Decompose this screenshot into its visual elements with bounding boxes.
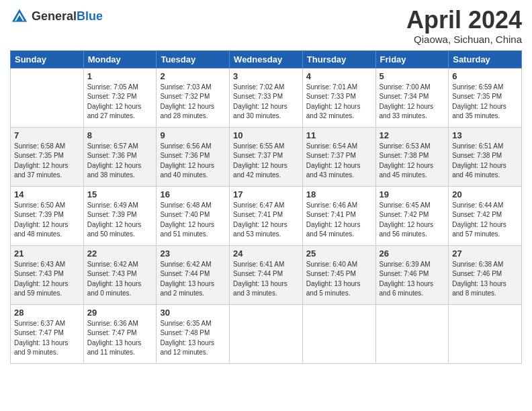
month-title: April 2024 (406, 7, 522, 34)
logo-icon (10, 7, 29, 26)
table-row: 30Sunrise: 6:35 AM Sunset: 7:48 PM Dayli… (157, 304, 230, 363)
day-number: 27 (452, 248, 518, 259)
header-monday: Monday (83, 50, 157, 68)
day-number: 26 (380, 248, 445, 259)
table-row: 14Sunrise: 6:50 AM Sunset: 7:39 PM Dayli… (11, 186, 84, 245)
day-number: 19 (380, 189, 445, 199)
day-info: Sunrise: 6:47 AM Sunset: 7:41 PM Dayligh… (233, 201, 299, 240)
header-saturday: Saturday (449, 50, 522, 68)
table-row: 11Sunrise: 6:54 AM Sunset: 7:37 PM Dayli… (302, 127, 375, 186)
day-info: Sunrise: 6:43 AM Sunset: 7:43 PM Dayligh… (14, 260, 80, 299)
logo: GeneralBlue (10, 7, 103, 26)
day-number: 5 (380, 71, 445, 81)
table-row (302, 304, 375, 363)
table-row: 3Sunrise: 7:02 AM Sunset: 7:33 PM Daylig… (230, 68, 303, 127)
table-row: 19Sunrise: 6:45 AM Sunset: 7:42 PM Dayli… (375, 186, 449, 245)
day-info: Sunrise: 7:01 AM Sunset: 7:33 PM Dayligh… (306, 83, 372, 122)
day-info: Sunrise: 6:42 AM Sunset: 7:43 PM Dayligh… (87, 260, 153, 299)
day-number: 7 (14, 130, 80, 140)
day-info: Sunrise: 6:50 AM Sunset: 7:39 PM Dayligh… (14, 201, 80, 240)
table-row: 6Sunrise: 6:59 AM Sunset: 7:35 PM Daylig… (449, 68, 522, 127)
table-row (230, 304, 303, 363)
header: GeneralBlue April 2024 Qiaowa, Sichuan, … (10, 7, 522, 45)
table-row: 26Sunrise: 6:39 AM Sunset: 7:46 PM Dayli… (375, 245, 449, 304)
table-row: 17Sunrise: 6:47 AM Sunset: 7:41 PM Dayli… (230, 186, 303, 245)
table-row: 13Sunrise: 6:51 AM Sunset: 7:38 PM Dayli… (449, 127, 522, 186)
logo-general-text: General (32, 9, 77, 24)
table-row: 27Sunrise: 6:38 AM Sunset: 7:46 PM Dayli… (449, 245, 522, 304)
table-row: 29Sunrise: 6:36 AM Sunset: 7:47 PM Dayli… (83, 304, 157, 363)
table-row: 4Sunrise: 7:01 AM Sunset: 7:33 PM Daylig… (302, 68, 375, 127)
table-row: 12Sunrise: 6:53 AM Sunset: 7:38 PM Dayli… (375, 127, 449, 186)
table-row: 10Sunrise: 6:55 AM Sunset: 7:37 PM Dayli… (230, 127, 303, 186)
table-row (11, 68, 84, 127)
day-number: 29 (87, 308, 153, 318)
day-info: Sunrise: 6:36 AM Sunset: 7:47 PM Dayligh… (87, 319, 153, 358)
day-info: Sunrise: 6:39 AM Sunset: 7:46 PM Dayligh… (380, 260, 445, 299)
table-row: 24Sunrise: 6:41 AM Sunset: 7:44 PM Dayli… (230, 245, 303, 304)
day-info: Sunrise: 6:37 AM Sunset: 7:47 PM Dayligh… (14, 319, 80, 358)
day-number: 13 (452, 130, 518, 140)
day-info: Sunrise: 6:53 AM Sunset: 7:38 PM Dayligh… (380, 142, 445, 181)
weekday-header-row: Sunday Monday Tuesday Wednesday Thursday… (11, 50, 522, 68)
calendar-week-row: 14Sunrise: 6:50 AM Sunset: 7:39 PM Dayli… (11, 186, 522, 245)
day-number: 16 (160, 189, 226, 199)
day-number: 25 (306, 248, 372, 259)
day-number: 12 (380, 130, 445, 140)
table-row: 2Sunrise: 7:03 AM Sunset: 7:32 PM Daylig… (157, 68, 230, 127)
day-info: Sunrise: 7:03 AM Sunset: 7:32 PM Dayligh… (160, 83, 226, 122)
table-row: 23Sunrise: 6:42 AM Sunset: 7:44 PM Dayli… (157, 245, 230, 304)
day-info: Sunrise: 6:54 AM Sunset: 7:37 PM Dayligh… (306, 142, 372, 181)
day-number: 2 (160, 71, 226, 81)
day-number: 15 (87, 189, 153, 199)
table-row (449, 304, 522, 363)
day-info: Sunrise: 6:42 AM Sunset: 7:44 PM Dayligh… (160, 260, 226, 299)
day-number: 20 (452, 189, 518, 199)
day-info: Sunrise: 6:46 AM Sunset: 7:41 PM Dayligh… (306, 201, 372, 240)
day-number: 11 (306, 130, 372, 140)
day-number: 21 (14, 248, 80, 259)
header-tuesday: Tuesday (157, 50, 230, 68)
day-number: 17 (233, 189, 299, 199)
day-number: 10 (233, 130, 299, 140)
calendar-week-row: 28Sunrise: 6:37 AM Sunset: 7:47 PM Dayli… (11, 304, 522, 363)
page-container: GeneralBlue April 2024 Qiaowa, Sichuan, … (0, 0, 532, 371)
day-number: 23 (160, 248, 226, 259)
day-number: 22 (87, 248, 153, 259)
day-info: Sunrise: 6:35 AM Sunset: 7:48 PM Dayligh… (160, 319, 226, 358)
calendar-week-row: 21Sunrise: 6:43 AM Sunset: 7:43 PM Dayli… (11, 245, 522, 304)
table-row: 16Sunrise: 6:48 AM Sunset: 7:40 PM Dayli… (157, 186, 230, 245)
day-info: Sunrise: 6:51 AM Sunset: 7:38 PM Dayligh… (452, 142, 518, 181)
day-number: 30 (160, 308, 226, 318)
day-info: Sunrise: 6:38 AM Sunset: 7:46 PM Dayligh… (452, 260, 518, 299)
calendar-table: Sunday Monday Tuesday Wednesday Thursday… (10, 50, 522, 364)
day-info: Sunrise: 7:02 AM Sunset: 7:33 PM Dayligh… (233, 83, 299, 122)
day-number: 6 (452, 71, 518, 81)
day-info: Sunrise: 6:49 AM Sunset: 7:39 PM Dayligh… (87, 201, 153, 240)
day-info: Sunrise: 6:44 AM Sunset: 7:42 PM Dayligh… (452, 201, 518, 240)
day-info: Sunrise: 6:41 AM Sunset: 7:44 PM Dayligh… (233, 260, 299, 299)
day-info: Sunrise: 6:59 AM Sunset: 7:35 PM Dayligh… (452, 83, 518, 122)
day-info: Sunrise: 7:00 AM Sunset: 7:34 PM Dayligh… (380, 83, 445, 122)
day-number: 28 (14, 308, 80, 318)
logo-blue-text: Blue (77, 9, 103, 24)
day-number: 4 (306, 71, 372, 81)
day-number: 18 (306, 189, 372, 199)
header-thursday: Thursday (302, 50, 375, 68)
day-info: Sunrise: 6:58 AM Sunset: 7:35 PM Dayligh… (14, 142, 80, 181)
day-info: Sunrise: 6:56 AM Sunset: 7:36 PM Dayligh… (160, 142, 226, 181)
header-sunday: Sunday (11, 50, 84, 68)
calendar-week-row: 1Sunrise: 7:05 AM Sunset: 7:32 PM Daylig… (11, 68, 522, 127)
table-row: 8Sunrise: 6:57 AM Sunset: 7:36 PM Daylig… (83, 127, 157, 186)
day-number: 14 (14, 189, 80, 199)
table-row: 21Sunrise: 6:43 AM Sunset: 7:43 PM Dayli… (11, 245, 84, 304)
table-row: 5Sunrise: 7:00 AM Sunset: 7:34 PM Daylig… (375, 68, 449, 127)
table-row: 20Sunrise: 6:44 AM Sunset: 7:42 PM Dayli… (449, 186, 522, 245)
day-number: 8 (87, 130, 153, 140)
table-row: 15Sunrise: 6:49 AM Sunset: 7:39 PM Dayli… (83, 186, 157, 245)
day-number: 24 (233, 248, 299, 259)
day-info: Sunrise: 7:05 AM Sunset: 7:32 PM Dayligh… (87, 83, 153, 122)
calendar-week-row: 7Sunrise: 6:58 AM Sunset: 7:35 PM Daylig… (11, 127, 522, 186)
day-info: Sunrise: 6:48 AM Sunset: 7:40 PM Dayligh… (160, 201, 226, 240)
title-block: April 2024 Qiaowa, Sichuan, China (406, 7, 522, 45)
